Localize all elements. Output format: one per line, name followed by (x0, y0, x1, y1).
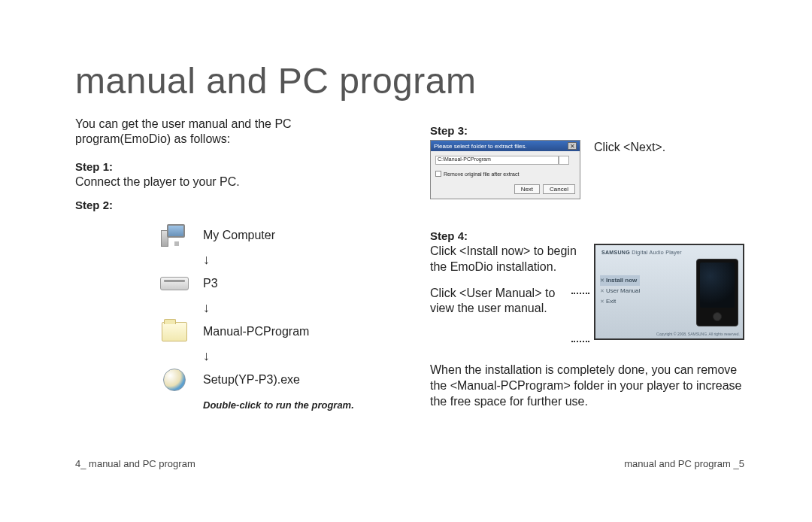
my-computer-icon (158, 222, 191, 249)
page-title: manual and PC program (75, 60, 744, 102)
extract-dialog: Please select folder to extract files. ✕… (430, 140, 580, 199)
remove-checkbox-label: Remove original file after extract (444, 171, 519, 177)
installer-exit[interactable]: Exit (600, 296, 640, 307)
my-computer-label: My Computer (203, 229, 275, 242)
footer-right-text: manual and PC program _ (624, 458, 738, 469)
folder-icon (158, 318, 191, 345)
dialog-titlebar: Please select folder to extract files. ✕ (431, 141, 580, 151)
step1-text: Connect the player to your PC. (75, 175, 385, 190)
step2-label: Step 2: (75, 199, 385, 211)
arrow-down-icon: ↓ (203, 348, 385, 363)
device-illustration (696, 259, 738, 326)
arrow-down-icon: ↓ (203, 300, 385, 315)
setup-exe-icon (158, 366, 191, 393)
intro-text: You can get the user manual and the PC p… (75, 117, 385, 147)
setup-exe-label: Setup(YP-P3).exe (203, 373, 300, 387)
step3-label: Step 3: (430, 124, 744, 137)
double-click-caption: Double-click to run the program. (203, 399, 385, 412)
left-column: You can get the user manual and the PC p… (75, 117, 385, 412)
navigation-path: My Computer ↓ P3 ↓ Manual-PCProgram ↓ Se… (158, 219, 385, 412)
close-icon[interactable]: ✕ (568, 142, 577, 150)
footer-left: 4_ manual and PC program (75, 458, 195, 469)
step4-text-manual: Click <User Manual> to view the user man… (430, 286, 580, 317)
footer-left-text: _ manual and PC program (80, 458, 195, 469)
step3-text: Click <Next>. (594, 140, 665, 155)
installer-subtitle: Digital Audio Player (632, 250, 682, 255)
step4-text-install: Click <Install now> to begin the EmoDio … (430, 244, 580, 275)
page-number-right: 5 (739, 458, 744, 469)
next-button[interactable]: Next (514, 184, 540, 194)
installer-user-manual[interactable]: User Manual (600, 286, 640, 296)
folder-label: Manual-PCProgram (203, 325, 309, 338)
dialog-title-text: Please select folder to extract files. (434, 143, 527, 150)
right-column: Step 3: Please select folder to extract … (430, 117, 744, 412)
arrow-down-icon: ↓ (203, 252, 385, 267)
drive-label: P3 (203, 277, 218, 290)
drive-icon (158, 270, 191, 297)
step4-label: Step 4: (430, 229, 744, 242)
installer-screenshot: SAMSUNG Digital Audio Player Install now… (594, 244, 744, 340)
remove-checkbox[interactable] (435, 171, 441, 177)
browse-button[interactable] (559, 156, 569, 165)
installer-install-now[interactable]: Install now (600, 275, 640, 286)
installer-brand: SAMSUNG (601, 250, 630, 255)
footer-right: manual and PC program _5 (624, 458, 744, 469)
path-input[interactable]: C:\Manual-PCProgram (435, 156, 559, 165)
finish-text: When the installation is completely done… (430, 363, 744, 409)
step1-label: Step 1: (75, 160, 385, 173)
cancel-button[interactable]: Cancel (543, 184, 575, 194)
installer-copyright: Copyright © 2008, SAMSUNG. All rights re… (656, 332, 740, 336)
dotted-line (571, 341, 589, 342)
dotted-line (571, 293, 589, 294)
